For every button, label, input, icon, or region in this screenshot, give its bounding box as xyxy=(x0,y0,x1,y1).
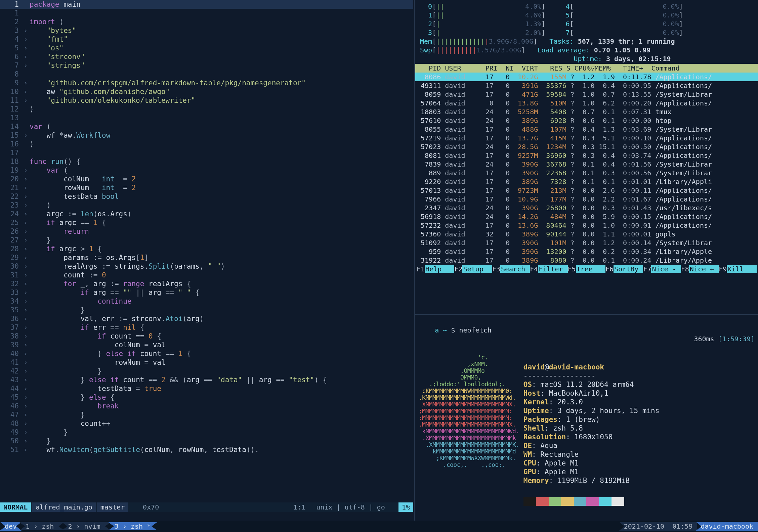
code-line[interactable]: 38› if count == 0 { xyxy=(0,332,413,341)
prompt-line-1: a ~ $ neofetch 360ms [1:59:39] xyxy=(419,317,755,352)
process-row[interactable]: 8081 david 17 0 9257M 36960 ? 0.3 0.4 0:… xyxy=(415,151,758,160)
code-line[interactable]: 16 ) xyxy=(0,140,413,148)
tmux-window[interactable]: 1 › zsh xyxy=(19,522,64,530)
code-line[interactable]: 28› if argc > 1 { xyxy=(0,245,413,253)
code-line[interactable]: 8 xyxy=(0,70,413,79)
code-line[interactable]: 34› continue xyxy=(0,297,413,306)
code-line[interactable]: 19› var ( xyxy=(0,166,413,175)
fnkey-F7[interactable]: F7 xyxy=(643,265,651,273)
process-row[interactable]: 889 david 17 0 390G 22368 ? 0.1 0.3 0:00… xyxy=(415,169,758,177)
code-line[interactable]: 9› "github.com/crispgm/alfred-markdown-t… xyxy=(0,79,413,87)
code-line[interactable]: 35› } xyxy=(0,306,413,314)
code-line[interactable]: 17 xyxy=(0,148,413,157)
code-line[interactable]: 48› count++ xyxy=(0,419,413,428)
process-row[interactable]: 7966 david 17 0 10.9G 177M ? 0.0 2.2 0:0… xyxy=(415,195,758,204)
function-key-bar[interactable]: F1Help F2Setup F3Search F4Filter F5Tree … xyxy=(415,265,758,273)
fnkey-F6[interactable]: F6 xyxy=(605,265,614,273)
code-line[interactable]: 41› rowNum = val xyxy=(0,358,413,367)
tmux-date: 2021-02-10 xyxy=(624,522,664,530)
git-branch: master xyxy=(97,502,128,512)
code-line[interactable]: 4› "fmt" xyxy=(0,35,413,44)
process-row[interactable]: 57232 david 17 0 13.6G 80464 ? 0.0 1.0 0… xyxy=(415,221,758,230)
code-line[interactable]: 1 package main xyxy=(0,0,413,9)
process-row[interactable]: 9220 david 17 0 389G 7328 ? 0.1 0.1 0:01… xyxy=(415,177,758,186)
code-line[interactable]: 5› "os" xyxy=(0,44,413,52)
code-line[interactable]: 15› wf *aw.Workflow xyxy=(0,131,413,140)
code-line[interactable]: 47› } xyxy=(0,410,413,419)
code-line[interactable]: 46› break xyxy=(0,402,413,410)
code-line[interactable]: 24› argc := len(os.Args) xyxy=(0,210,413,218)
fnkey-F5[interactable]: F5 xyxy=(568,265,576,273)
process-row[interactable]: 57023 david 24 0 28.5G 1234M ? 0.3 15.1 … xyxy=(415,142,758,151)
code-line[interactable]: 1 xyxy=(0,9,413,17)
mode-indicator: NORMAL xyxy=(0,502,31,512)
code-line[interactable]: 45› } else { xyxy=(0,393,413,402)
tmux-window[interactable]: 3 › zsh * xyxy=(109,522,157,530)
code-line[interactable]: 40› } else if count == 1 { xyxy=(0,349,413,358)
process-row[interactable]: 8055 david 17 0 488G 107M ? 0.4 1.3 0:03… xyxy=(415,125,758,134)
code-line[interactable]: 14 var ( xyxy=(0,122,413,131)
process-row[interactable]: 49311 david 17 0 391G 35376 ? 1.0 0.4 0:… xyxy=(415,81,758,90)
terminal-pane[interactable]: a ~ $ neofetch 360ms [1:59:39] 'c. ,xNMM… xyxy=(415,316,758,512)
code-line[interactable]: 39› colNum = val xyxy=(0,341,413,349)
process-row[interactable]: 57610 david 24 0 389G 6928 R 0.6 0.1 0:0… xyxy=(415,116,758,125)
code-line[interactable]: 12 ) xyxy=(0,105,413,114)
code-line[interactable]: 42› } xyxy=(0,367,413,375)
code-line[interactable]: 50› } xyxy=(0,437,413,445)
process-row[interactable]: 959 david 17 0 390G 13200 ? 0.0 0.2 0:00… xyxy=(415,247,758,256)
process-row[interactable]: 57013 david 17 0 9723M 213M ? 0.0 2.6 0:… xyxy=(415,186,758,195)
code-line[interactable]: 33› if arg == "" || arg == " " { xyxy=(0,288,413,297)
editor-statusline: NORMAL alfred_main.go master 0x70 1:1 un… xyxy=(0,502,413,512)
code-line[interactable]: 51› wf.NewItem(getSubtitle(colNum, rowNu… xyxy=(0,445,413,454)
code-line[interactable]: 18 func run() { xyxy=(0,157,413,166)
process-header[interactable]: PID USER PRI NI VIRT RES S CPU%▽MEM% TIM… xyxy=(415,64,758,73)
fnkey-F4[interactable]: F4 xyxy=(530,265,538,273)
fnkey-F8[interactable]: F8 xyxy=(681,265,689,273)
fnkey-F9[interactable]: F9 xyxy=(719,265,727,273)
code-line[interactable]: 29› params := os.Args[1] xyxy=(0,253,413,262)
fnkey-F2[interactable]: F2 xyxy=(454,265,462,273)
code-line[interactable]: 27› } xyxy=(0,236,413,245)
tmux-session[interactable]: dev xyxy=(0,522,22,531)
code-line[interactable]: 37› if err == nil { xyxy=(0,323,413,332)
code-line[interactable]: 44› testData = true xyxy=(0,384,413,393)
htop-pane[interactable]: 0[|| 4.0%] 4[ 0.0%] 1[|| 4.6%] 5[ 0.0%] … xyxy=(415,0,758,314)
code-line[interactable]: 25› if argc == 1 { xyxy=(0,218,413,227)
code-line[interactable]: 32› for _, arg := range realArgs { xyxy=(0,279,413,288)
code-line[interactable]: 36› val, err := strconv.Atoi(arg) xyxy=(0,314,413,323)
code-area[interactable]: 1 package main1 2 import (3› "bytes"4› "… xyxy=(0,0,413,454)
process-row[interactable]: 56918 david 24 0 14.2G 484M ? 0.0 5.9 0:… xyxy=(415,212,758,221)
process-row[interactable]: 8059 david 17 0 471G 59584 ? 1.0 0.7 0:1… xyxy=(415,90,758,99)
process-list[interactable]: 8086 david 17 0 10.2G 155M ? 1.2 1.9 0:1… xyxy=(415,73,758,265)
code-line[interactable]: 13 xyxy=(0,114,413,122)
code-line[interactable]: 31› count := 0 xyxy=(0,271,413,279)
code-line[interactable]: 10› aw "github.com/deanishe/awgo" xyxy=(0,87,413,96)
process-row[interactable]: 31922 david 17 0 389G 8080 ? 0.0 0.1 0:0… xyxy=(415,256,758,265)
code-line[interactable]: 49› } xyxy=(0,428,413,437)
process-row[interactable]: 8086 david 17 0 10.2G 155M ? 1.2 1.9 0:1… xyxy=(415,73,758,81)
process-row[interactable]: 57219 david 17 0 13.7G 415M ? 0.3 5.1 0:… xyxy=(415,134,758,142)
code-line[interactable]: 26› return xyxy=(0,227,413,236)
color-swatches xyxy=(523,497,624,506)
code-line[interactable]: 22› testData bool xyxy=(0,192,413,201)
code-line[interactable]: 7› "strings" xyxy=(0,61,413,70)
code-line[interactable]: 43› } else if count == 2 && (arg == "dat… xyxy=(0,375,413,384)
process-row[interactable]: 7839 david 24 0 390G 36768 ? 0.1 0.4 0:0… xyxy=(415,160,758,169)
tmux-window[interactable]: 2 › nvim xyxy=(62,522,110,530)
process-row[interactable]: 2347 david 24 0 390G 26800 ? 0.0 0.3 0:0… xyxy=(415,204,758,212)
code-line[interactable]: 2 import ( xyxy=(0,17,413,26)
code-line[interactable]: 30› realArgs := strings.Split(params, " … xyxy=(0,262,413,271)
fnkey-F3[interactable]: F3 xyxy=(492,265,500,273)
code-line[interactable]: 6› "strconv" xyxy=(0,52,413,61)
code-line[interactable]: 3› "bytes" xyxy=(0,26,413,35)
code-line[interactable]: 11› "github.com/olekukonko/tablewriter" xyxy=(0,96,413,105)
process-row[interactable]: 57360 david 32 0 389G 90144 ? 0.0 1.1 0:… xyxy=(415,230,758,238)
code-line[interactable]: 21› rowNum int = 2 xyxy=(0,183,413,192)
editor-pane[interactable]: 1 package main1 2 import (3› "bytes"4› "… xyxy=(0,0,413,512)
process-row[interactable]: 51092 david 17 0 390G 101M ? 0.0 1.2 0:0… xyxy=(415,238,758,247)
process-row[interactable]: 18803 david 24 0 5258M 5408 ? 0.7 0.1 0:… xyxy=(415,107,758,116)
process-row[interactable]: 57064 david 0 0 13.8G 510M ? 1.0 6.2 0:0… xyxy=(415,99,758,107)
fnkey-F1[interactable]: F1 xyxy=(417,265,425,273)
code-line[interactable]: 23› ) xyxy=(0,201,413,210)
code-line[interactable]: 20› colNum int = 2 xyxy=(0,175,413,183)
